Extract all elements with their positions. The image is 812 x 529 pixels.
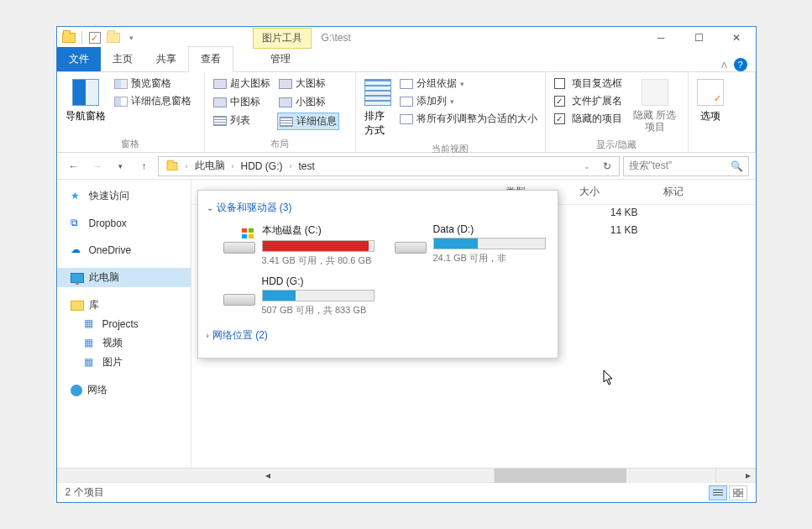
chevron-right-icon[interactable]: › xyxy=(288,162,294,170)
drive-name: HDD (G:) xyxy=(262,275,375,287)
navigation-tree[interactable]: ★快速访问 ⧉Dropbox ☁OneDrive 此电脑 库 ▦Projects… xyxy=(57,180,191,468)
drive-icon xyxy=(223,228,255,254)
properties-icon[interactable]: ✓ xyxy=(86,29,103,46)
file-extensions-toggle[interactable]: 文件扩展名 xyxy=(553,93,624,109)
svg-rect-2 xyxy=(713,495,723,495)
chevron-right-icon[interactable]: › xyxy=(184,162,190,170)
address-dropdown[interactable]: ⌄ xyxy=(577,156,597,176)
search-placeholder: 搜索"test" xyxy=(629,159,673,173)
new-folder-icon[interactable] xyxy=(105,29,122,46)
cursor-icon xyxy=(603,369,615,386)
thumbnails-view-button[interactable] xyxy=(729,485,747,500)
ribbon: 导航窗格 预览窗格 详细信息窗格 窗格 超大图标 中图标 列表 大图标 小图标 xyxy=(57,72,756,153)
svg-rect-5 xyxy=(733,494,737,497)
search-input[interactable]: 搜索"test" 🔍 xyxy=(623,156,749,176)
window-title: G:\test xyxy=(322,32,351,44)
address-folder-icon[interactable] xyxy=(160,160,184,173)
layout-details[interactable]: 详细信息 xyxy=(277,113,339,130)
collapse-ribbon-button[interactable]: ᐱ xyxy=(721,60,727,70)
drive-item[interactable]: Data (D:) 24.1 GB 可用，非 xyxy=(395,223,546,267)
sort-by-button[interactable]: 排序方式 xyxy=(363,76,393,141)
layout-extra-large[interactable]: 超大图标 xyxy=(212,76,272,92)
nav-pane-label: 导航窗格 xyxy=(65,109,106,123)
drive-item[interactable]: 本地磁盘 (C:) 3.41 GB 可用，共 80.6 GB xyxy=(223,223,375,267)
tree-projects[interactable]: ▦Projects xyxy=(57,315,191,333)
up-button[interactable]: ↑ xyxy=(134,156,155,176)
back-button[interactable]: ← xyxy=(64,156,84,176)
drives-tooltip: ⌄ 设备和驱动器 (3) 本地磁盘 (C:) 3.41 GB 可用，共 80.6… xyxy=(197,190,558,359)
col-size[interactable]: 大小 xyxy=(579,185,663,199)
ribbon-tabs: 文件 主页 共享 查看 管理 ᐱ ? xyxy=(57,49,756,72)
tree-onedrive[interactable]: ☁OneDrive xyxy=(57,241,191,259)
drive-item[interactable]: HDD (G:) 507 GB 可用，共 833 GB xyxy=(223,275,375,317)
group-panes-label: 窗格 xyxy=(64,136,197,150)
details-view-button[interactable] xyxy=(709,485,727,500)
tree-dropbox[interactable]: ⧉Dropbox xyxy=(57,214,191,233)
layout-list[interactable]: 列表 xyxy=(212,113,272,128)
tree-pictures[interactable]: ▦图片 xyxy=(57,353,191,372)
titlebar: ✓ ▾ 图片工具 G:\test ─ ☐ ✕ xyxy=(57,27,756,49)
search-icon[interactable]: 🔍 xyxy=(731,160,743,172)
drive-icon xyxy=(223,280,255,306)
network-section-header[interactable]: › 网络位置 (2) xyxy=(207,325,549,346)
folder-icon xyxy=(60,29,77,46)
separator xyxy=(81,31,82,45)
refresh-button[interactable]: ↻ xyxy=(597,156,617,176)
add-columns-button[interactable]: 添加列 ▾ xyxy=(398,93,539,109)
tab-view[interactable]: 查看 xyxy=(188,46,233,72)
crumb-folder[interactable]: test xyxy=(294,159,320,174)
tree-quick-access[interactable]: ★快速访问 xyxy=(57,186,191,206)
tab-home[interactable]: 主页 xyxy=(101,47,144,71)
tree-videos[interactable]: ▦视频 xyxy=(57,333,191,353)
context-tab-label: 图片工具 xyxy=(253,28,312,49)
group-by-button[interactable]: 分组依据 ▾ xyxy=(398,76,539,92)
status-bar: 2 个项目 xyxy=(57,482,756,502)
tab-manage[interactable]: 管理 xyxy=(259,47,302,71)
recent-dropdown[interactable]: ▾ xyxy=(111,156,131,176)
size-all-columns-button[interactable]: 将所有列调整为合适的大小 xyxy=(398,111,539,127)
layout-large[interactable]: 大图标 xyxy=(277,76,339,92)
options-button[interactable]: ✓ 选项 xyxy=(695,76,726,139)
chevron-right-icon: › xyxy=(207,331,209,340)
navigation-pane-button[interactable]: 导航窗格 xyxy=(64,76,107,136)
minimize-button[interactable]: ─ xyxy=(642,27,680,49)
tree-network[interactable]: 网络 xyxy=(57,380,191,400)
address-bar[interactable]: › 此电脑 › HDD (G:) › test ⌄ ↻ xyxy=(158,156,620,176)
drive-usage-text: 507 GB 可用，共 833 GB xyxy=(262,304,375,317)
help-icon[interactable]: ? xyxy=(734,58,747,71)
tree-this-pc[interactable]: 此电脑 xyxy=(57,268,191,287)
group-layout-label: 布局 xyxy=(212,136,348,150)
svg-rect-0 xyxy=(713,490,723,490)
crumb-drive[interactable]: HDD (G:) xyxy=(236,159,288,174)
preview-pane-button[interactable]: 预览窗格 xyxy=(113,76,193,92)
layout-medium[interactable]: 中图标 xyxy=(212,94,272,110)
svg-rect-6 xyxy=(739,494,743,497)
hidden-items-toggle[interactable]: 隐藏的项目 xyxy=(553,111,624,127)
item-checkboxes-toggle[interactable]: 项目复选框 xyxy=(553,76,624,92)
tab-file[interactable]: 文件 xyxy=(57,47,101,71)
explorer-window: ✓ ▾ 图片工具 G:\test ─ ☐ ✕ 文件 主页 共享 查看 管理 ᐱ … xyxy=(56,26,757,503)
tree-libraries[interactable]: 库 xyxy=(57,296,191,315)
layout-small[interactable]: 小图标 xyxy=(277,94,339,110)
crumb-this-pc[interactable]: 此电脑 xyxy=(190,157,230,175)
tab-share[interactable]: 共享 xyxy=(144,47,188,71)
forward-button[interactable]: → xyxy=(87,156,107,176)
hide-selected-button[interactable]: 隐藏 所选项目 xyxy=(629,76,681,137)
qat-dropdown[interactable]: ▾ xyxy=(123,29,140,46)
drive-name: Data (D:) xyxy=(433,223,546,235)
drive-icon xyxy=(395,228,427,254)
chevron-right-icon[interactable]: › xyxy=(230,162,236,170)
drive-usage-text: 24.1 GB 可用，非 xyxy=(433,252,546,264)
details-pane-button[interactable]: 详细信息窗格 xyxy=(113,93,193,109)
maximize-button[interactable]: ☐ xyxy=(680,27,718,49)
devices-section-header[interactable]: ⌄ 设备和驱动器 (3) xyxy=(207,197,549,218)
drive-name: 本地磁盘 (C:) xyxy=(262,223,375,238)
horizontal-scrollbar[interactable]: ◂ ▸ xyxy=(57,468,756,482)
col-tags[interactable]: 标记 xyxy=(663,185,747,199)
usage-bar xyxy=(262,240,375,252)
quick-access-toolbar: ✓ ▾ xyxy=(57,29,144,46)
close-button[interactable]: ✕ xyxy=(718,27,756,49)
group-showhide-label: 显示/隐藏 xyxy=(553,137,681,151)
svg-rect-4 xyxy=(739,489,743,492)
item-count: 2 个项目 xyxy=(65,485,104,500)
